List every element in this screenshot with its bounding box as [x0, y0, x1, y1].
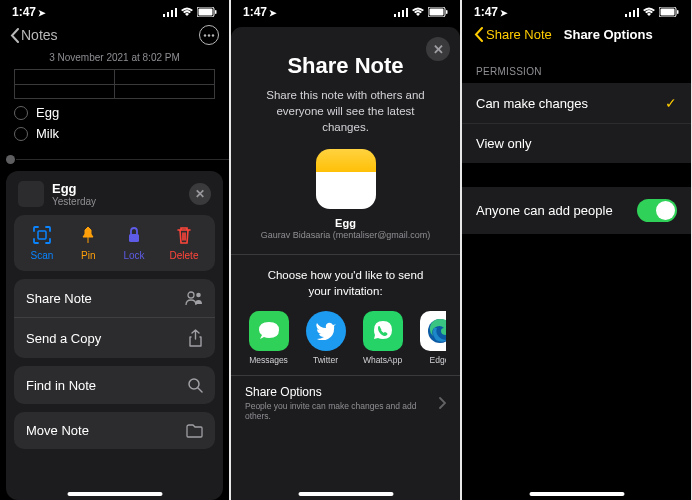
folder-icon	[186, 424, 203, 438]
signal-icon	[394, 7, 408, 17]
status-bar: 1:47	[462, 0, 691, 21]
nav-bar: Notes	[0, 21, 229, 49]
svg-rect-2	[171, 10, 173, 17]
share-apps-row[interactable]: Messages Twitter WhatsApp	[245, 311, 446, 375]
battery-icon	[659, 7, 679, 17]
share-icon	[188, 329, 203, 347]
search-icon	[187, 377, 203, 393]
wifi-icon	[411, 7, 425, 17]
share-note-row[interactable]: Share Note	[14, 279, 215, 317]
svg-rect-20	[430, 9, 444, 16]
svg-rect-23	[625, 14, 627, 17]
battery-icon	[197, 7, 217, 17]
toggle-switch[interactable]	[637, 199, 677, 222]
back-button[interactable]: Notes	[10, 27, 58, 43]
anyone-can-add-row[interactable]: Anyone can add people	[462, 187, 691, 234]
lock-label: Lock	[123, 250, 144, 261]
note-name: Egg	[245, 217, 446, 229]
move-label: Move Note	[26, 423, 89, 438]
screen-share-note: 1:47 ✕ Share Note Share this note with o…	[231, 0, 460, 500]
app-whatsapp[interactable]: WhatsApp	[359, 311, 406, 365]
chevron-right-icon	[439, 397, 446, 409]
screen-share-options: 1:47 Share Note Share Options PERMISSION…	[462, 0, 691, 500]
svg-rect-28	[661, 9, 675, 16]
location-icon	[38, 5, 46, 19]
delete-button[interactable]: Delete	[170, 225, 199, 261]
can-make-changes-row[interactable]: Can make changes ✓	[462, 83, 691, 123]
sheet-description: Share this note with others and everyone…	[245, 87, 446, 145]
page-title: Share Options	[564, 27, 653, 42]
scan-button[interactable]: Scan	[31, 225, 54, 261]
checkmark-icon: ✓	[665, 95, 677, 111]
svg-point-7	[204, 34, 206, 36]
scrubber[interactable]	[0, 158, 229, 161]
svg-rect-0	[163, 14, 165, 17]
home-indicator[interactable]	[529, 492, 624, 496]
checklist-item[interactable]: Egg	[0, 102, 229, 123]
svg-rect-25	[633, 10, 635, 17]
quick-actions: Scan Pin Lock Delete	[14, 215, 215, 271]
back-button[interactable]: Share Note	[474, 27, 552, 42]
svg-rect-21	[446, 10, 448, 14]
find-label: Find in Note	[26, 378, 96, 393]
app-messages[interactable]: Messages	[245, 311, 292, 365]
action-sheet: Egg Yesterday ✕ Scan Pin Lock Delete	[6, 171, 223, 500]
share-options-row[interactable]: Share Options People you invite can make…	[245, 375, 446, 431]
svg-rect-29	[677, 10, 679, 14]
share-sheet: ✕ Share Note Share this note with others…	[231, 27, 460, 500]
row-label: Can make changes	[476, 96, 588, 111]
wifi-icon	[642, 7, 656, 17]
svg-rect-16	[398, 12, 400, 17]
permission-header: PERMISSION	[462, 48, 691, 83]
messages-icon	[249, 311, 289, 351]
row-label: View only	[476, 136, 531, 151]
battery-icon	[428, 7, 448, 17]
app-edge[interactable]: Edge	[416, 311, 446, 365]
svg-point-8	[208, 34, 210, 36]
nav-bar: Share Note Share Options	[462, 21, 691, 48]
status-time: 1:47	[474, 5, 498, 19]
checklist-label: Milk	[36, 126, 59, 141]
svg-rect-5	[199, 9, 213, 16]
move-note-row[interactable]: Move Note	[14, 412, 215, 449]
checklist-item[interactable]: Milk	[0, 123, 229, 144]
whatsapp-icon	[363, 311, 403, 351]
app-twitter[interactable]: Twitter	[302, 311, 349, 365]
view-only-row[interactable]: View only	[462, 123, 691, 163]
app-label: Messages	[249, 355, 288, 365]
checkbox-icon[interactable]	[14, 127, 28, 141]
signal-icon	[163, 7, 177, 17]
home-indicator[interactable]	[67, 492, 162, 496]
checkbox-icon[interactable]	[14, 106, 28, 120]
signal-icon	[625, 7, 639, 17]
status-bar: 1:47	[231, 0, 460, 21]
pin-label: Pin	[81, 250, 95, 261]
more-button[interactable]	[199, 25, 219, 45]
app-label: Edge	[430, 355, 446, 365]
location-icon	[269, 5, 277, 19]
screen-notes-app: 1:47 Notes 3 November 2021 at 8:02 PM	[0, 0, 229, 500]
close-button[interactable]: ✕	[426, 37, 450, 61]
notes-app-icon	[316, 149, 376, 209]
choose-prompt: Choose how you'd like to send your invit…	[245, 255, 446, 311]
find-in-note-row[interactable]: Find in Note	[14, 366, 215, 404]
svg-rect-26	[637, 8, 639, 17]
send-copy-row[interactable]: Send a Copy	[14, 317, 215, 358]
lock-button[interactable]: Lock	[123, 225, 144, 261]
app-label: WhatsApp	[363, 355, 402, 365]
status-bar: 1:47	[0, 0, 229, 21]
svg-rect-11	[129, 234, 139, 242]
svg-rect-15	[394, 14, 396, 17]
app-label: Twitter	[313, 355, 338, 365]
note-thumbnail	[18, 181, 44, 207]
pin-button[interactable]: Pin	[78, 225, 98, 261]
note-table[interactable]	[14, 69, 215, 99]
status-time: 1:47	[12, 5, 36, 19]
home-indicator[interactable]	[298, 492, 393, 496]
permission-group: Can make changes ✓ View only	[462, 83, 691, 163]
close-button[interactable]: ✕	[189, 183, 211, 205]
location-icon	[500, 5, 508, 19]
svg-rect-6	[215, 10, 217, 14]
twitter-icon	[306, 311, 346, 351]
svg-rect-18	[406, 8, 408, 17]
